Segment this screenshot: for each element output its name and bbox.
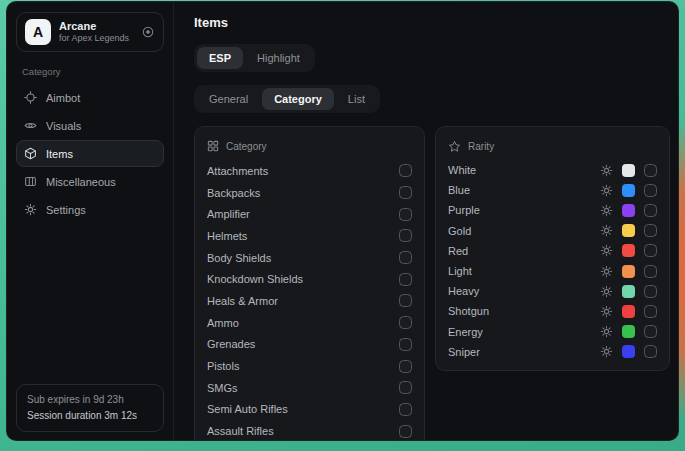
mode-tabs: ESPHighlight: [194, 44, 315, 72]
rarity-settings-gear-icon[interactable]: [600, 184, 613, 197]
category-row-label: Backpacks: [207, 187, 260, 199]
target-icon[interactable]: [141, 25, 155, 39]
rarity-rows: WhiteBluePurpleGoldRedLightHeavyShotgunE…: [448, 160, 657, 362]
rarity-checkbox[interactable]: [644, 224, 657, 237]
sidebar-item-label: Miscellaneous: [46, 176, 116, 188]
category-checkbox[interactable]: [399, 273, 412, 286]
category-checkbox[interactable]: [399, 251, 412, 264]
category-checkbox[interactable]: [399, 186, 412, 199]
app-header-card: A Arcane for Apex Legends: [16, 12, 164, 52]
rarity-row-label: Red: [448, 245, 468, 257]
rarity-settings-gear-icon[interactable]: [600, 204, 613, 217]
rarity-checkbox[interactable]: [644, 285, 657, 298]
grid-icon: [207, 140, 219, 152]
category-checkbox[interactable]: [399, 425, 412, 438]
tab-list[interactable]: List: [336, 88, 377, 110]
sidebar-item-label: Items: [46, 148, 73, 160]
crosshair-icon: [24, 91, 37, 104]
category-row-label: Helmets: [207, 230, 247, 242]
desktop-background: A Arcane for Apex Legends Category Aimbo…: [0, 0, 685, 451]
panels: Category AttachmentsBackpacksAmplifierHe…: [194, 126, 670, 440]
category-row: Assault Rifles: [207, 420, 412, 440]
rarity-settings-gear-icon[interactable]: [600, 224, 613, 237]
category-checkbox[interactable]: [399, 208, 412, 221]
category-row-label: Body Shields: [207, 252, 271, 264]
sub-expiry-text: Sub expires in 9d 23h: [27, 392, 153, 408]
rarity-color-swatch[interactable]: [622, 164, 635, 177]
rarity-checkbox[interactable]: [644, 325, 657, 338]
rarity-row: Blue: [448, 180, 657, 200]
tab-highlight[interactable]: Highlight: [245, 47, 312, 69]
category-checkbox[interactable]: [399, 164, 412, 177]
sidebar-item-items[interactable]: Items: [16, 140, 164, 167]
rarity-row-label: Blue: [448, 184, 470, 196]
category-checkbox[interactable]: [399, 229, 412, 242]
tab-category[interactable]: Category: [262, 88, 334, 110]
category-row: Ammo: [207, 312, 412, 334]
rarity-checkbox[interactable]: [644, 345, 657, 358]
rarity-row: Red: [448, 241, 657, 261]
category-row-label: Knockdown Shields: [207, 273, 303, 285]
rarity-color-swatch[interactable]: [622, 285, 635, 298]
rarity-color-swatch[interactable]: [622, 325, 635, 338]
sidebar: A Arcane for Apex Legends Category Aimbo…: [7, 2, 174, 440]
rarity-checkbox[interactable]: [644, 164, 657, 177]
star-icon: [448, 140, 461, 153]
rarity-row-label: White: [448, 164, 476, 176]
rarity-row-controls: [600, 164, 657, 177]
category-checkbox[interactable]: [399, 294, 412, 307]
rarity-settings-gear-icon[interactable]: [600, 345, 613, 358]
category-row-label: Semi Auto Rifles: [207, 403, 288, 415]
rarity-row-label: Gold: [448, 225, 471, 237]
rarity-color-swatch[interactable]: [622, 265, 635, 278]
rarity-checkbox[interactable]: [644, 305, 657, 318]
tab-general[interactable]: General: [197, 88, 260, 110]
rarity-settings-gear-icon[interactable]: [600, 244, 613, 257]
sidebar-item-miscellaneous[interactable]: Miscellaneous: [16, 168, 164, 195]
rarity-row: Heavy: [448, 281, 657, 301]
category-row: Attachments: [207, 160, 412, 182]
page-title: Items: [194, 15, 670, 30]
category-row: Semi Auto Rifles: [207, 399, 412, 421]
rarity-row: Sniper: [448, 342, 657, 362]
sidebar-item-aimbot[interactable]: Aimbot: [16, 84, 164, 111]
sidebar-section-label: Category: [22, 66, 160, 77]
rarity-checkbox[interactable]: [644, 204, 657, 217]
category-row: SMGs: [207, 377, 412, 399]
category-checkbox[interactable]: [399, 316, 412, 329]
eye-icon: [24, 119, 37, 132]
rarity-checkbox[interactable]: [644, 244, 657, 257]
rarity-settings-gear-icon[interactable]: [600, 305, 613, 318]
category-row-label: Attachments: [207, 165, 268, 177]
rarity-color-swatch[interactable]: [622, 224, 635, 237]
category-row: Amplifier: [207, 203, 412, 225]
rarity-checkbox[interactable]: [644, 184, 657, 197]
rarity-color-swatch[interactable]: [622, 204, 635, 217]
rarity-row: Gold: [448, 221, 657, 241]
rarity-row-controls: [600, 184, 657, 197]
rarity-settings-gear-icon[interactable]: [600, 164, 613, 177]
rarity-checkbox[interactable]: [644, 265, 657, 278]
category-checkbox[interactable]: [399, 360, 412, 373]
rarity-color-swatch[interactable]: [622, 305, 635, 318]
session-duration-text: Session duration 3m 12s: [27, 408, 153, 424]
rarity-color-swatch[interactable]: [622, 345, 635, 358]
tab-esp[interactable]: ESP: [197, 47, 243, 69]
rarity-row-label: Shotgun: [448, 305, 489, 317]
rarity-settings-gear-icon[interactable]: [600, 265, 613, 278]
app-logo: A: [25, 19, 51, 45]
category-checkbox[interactable]: [399, 403, 412, 416]
category-checkbox[interactable]: [399, 338, 412, 351]
category-row: Helmets: [207, 225, 412, 247]
sidebar-nav: Aimbot Visuals Items Miscellaneous Setti…: [16, 84, 164, 223]
rarity-settings-gear-icon[interactable]: [600, 285, 613, 298]
rarity-color-swatch[interactable]: [622, 184, 635, 197]
rarity-color-swatch[interactable]: [622, 244, 635, 257]
sidebar-item-visuals[interactable]: Visuals: [16, 112, 164, 139]
app-name: Arcane: [59, 20, 133, 34]
rarity-row: Shotgun: [448, 301, 657, 321]
category-checkbox[interactable]: [399, 381, 412, 394]
sidebar-item-settings[interactable]: Settings: [16, 196, 164, 223]
rarity-settings-gear-icon[interactable]: [600, 325, 613, 338]
category-row: Grenades: [207, 334, 412, 356]
